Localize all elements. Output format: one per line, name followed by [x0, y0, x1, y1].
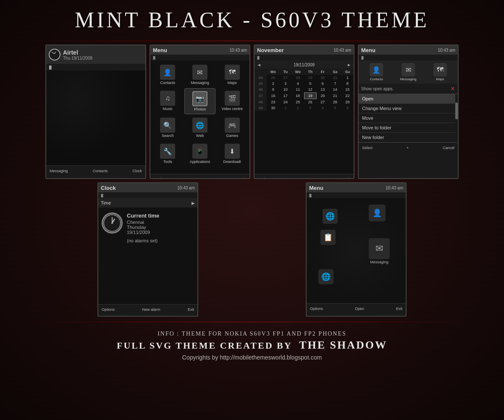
d9[interactable]: 9 [267, 87, 279, 93]
cal-prev[interactable]: ◄ [257, 63, 261, 67]
d29[interactable]: 29 [304, 75, 316, 81]
ctx-messaging[interactable]: ✉ Messaging [400, 63, 417, 81]
softkey-left-3[interactable]: Options [258, 177, 271, 179]
d6[interactable]: 6 [316, 81, 328, 87]
d13[interactable]: 13 [316, 87, 328, 93]
d16[interactable]: 16 [267, 93, 279, 99]
menu-item-search[interactable]: 🔍 Search [152, 115, 184, 140]
softkey-right-5[interactable]: Exit [188, 307, 194, 312]
cal-next[interactable]: ► [347, 63, 351, 67]
d12[interactable]: 12 [304, 87, 316, 93]
ctx-item-change-view[interactable]: Change Menu view [359, 104, 458, 113]
d27b[interactable]: 27 [316, 99, 328, 105]
d2[interactable]: 2 [267, 81, 279, 87]
menu-item-web[interactable]: 🌐 Web [184, 115, 216, 140]
softkey-mid-5[interactable]: New alarm [142, 307, 160, 312]
d28[interactable]: 28 [291, 75, 304, 81]
menu-item-photos[interactable]: 📷 Photos [184, 88, 216, 114]
softkey-mid-2[interactable]: Open [199, 177, 208, 179]
d25[interactable]: 25 [291, 99, 304, 105]
clock-screen-time: 10:43 am [177, 186, 195, 190]
d2b[interactable]: 2 [291, 105, 304, 111]
softkey-mid-4[interactable]: • [407, 146, 408, 150]
d30[interactable]: 30 [316, 75, 328, 81]
d1[interactable]: 1 [341, 75, 354, 81]
menu-item-video[interactable]: 🎬 Video centre [216, 88, 248, 114]
softkey-left-5[interactable]: Options [102, 307, 115, 312]
menu-item-games[interactable]: 🎮 Games [216, 115, 248, 140]
d26b[interactable]: 26 [304, 99, 316, 105]
ctx-maps[interactable]: 🗺 Maps [433, 63, 447, 81]
ctx-item-new-folder[interactable]: New folder [359, 133, 458, 142]
menu-item-apps[interactable]: 📱 Applications [184, 141, 216, 166]
cal-week-45: 45 2 3 4 5 6 7 8 [255, 81, 354, 87]
softkey-left-1[interactable]: Messaging [50, 169, 68, 173]
menu-item-music[interactable]: ♫ Music [152, 88, 184, 114]
d3b[interactable]: 3 [304, 105, 316, 111]
d27[interactable]: 27 [279, 75, 291, 81]
wk45: 45 [255, 81, 267, 87]
softkey-mid-6[interactable]: Open [355, 307, 364, 311]
softkey-left-4[interactable]: Select [362, 146, 373, 150]
anim-web2-item[interactable]: 🌐 [318, 269, 333, 284]
softkey-right-2[interactable]: Exit [240, 177, 246, 179]
screen-menu: Menu 10:43 am ▐▌ 👤 Contacts ✉ [150, 45, 250, 179]
d1b[interactable]: 1 [279, 105, 291, 111]
anim-contacts-item[interactable]: 👤 [369, 205, 386, 221]
softkey-left-6[interactable]: Options [310, 307, 323, 311]
menu-item-download[interactable]: ⬇ Download! [216, 141, 248, 166]
menu-item-tools[interactable]: 🔧 Tools [152, 141, 184, 166]
softkey-right-4[interactable]: Cancel [443, 146, 454, 150]
anim-web-item[interactable]: 🌐 [323, 209, 338, 224]
menu-item-maps[interactable]: 🗺 Maps [216, 62, 248, 87]
ctx-item-move-folder[interactable]: Move to folder [359, 123, 458, 133]
d23[interactable]: 23 [267, 99, 279, 105]
softkey-left-2[interactable]: Options [154, 177, 167, 179]
d31[interactable]: 31 [329, 75, 341, 81]
softkey-right-3[interactable]: Exit [344, 177, 350, 179]
d22[interactable]: 22 [341, 93, 354, 99]
d28b[interactable]: 28 [329, 99, 341, 105]
d5b[interactable]: 5 [329, 105, 341, 111]
d5[interactable]: 5 [304, 81, 316, 87]
ctx-item-move[interactable]: Move [359, 113, 458, 123]
d24[interactable]: 24 [279, 99, 291, 105]
clock-tab-arrow[interactable]: ▶ [192, 201, 195, 205]
d17[interactable]: 17 [279, 93, 291, 99]
d20[interactable]: 20 [316, 93, 328, 99]
anim-msg-item[interactable]: ✉ Messaging [369, 238, 390, 264]
d10[interactable]: 10 [279, 87, 291, 93]
d3[interactable]: 3 [279, 81, 291, 87]
d18[interactable]: 18 [291, 93, 304, 99]
screen-context: Menu 10:43 am ▐▌ 👤 Contacts ✉ Messaging [358, 45, 459, 179]
tools-icon: 🔧 [160, 144, 175, 159]
d4[interactable]: 4 [291, 81, 304, 87]
d11[interactable]: 11 [291, 87, 304, 93]
d30b[interactable]: 30 [267, 105, 279, 111]
softkey-mid-1[interactable]: Contacts [93, 169, 108, 173]
cal-current-date: 19/11/2009 [294, 63, 315, 67]
d8[interactable]: 8 [341, 81, 354, 87]
wk49: 49 [255, 105, 267, 111]
menu-item-contacts[interactable]: 👤 Contacts [152, 62, 184, 87]
d6b[interactable]: 6 [341, 105, 354, 111]
d15[interactable]: 15 [341, 87, 354, 93]
d19-today[interactable]: 19 [304, 93, 316, 99]
d26[interactable]: 26 [267, 75, 279, 81]
d4b[interactable]: 4 [316, 105, 328, 111]
day-fr: Fr [316, 69, 328, 75]
softkey-right-6[interactable]: Exit [396, 307, 402, 311]
airtel-header: Airtel Thu 19/11/2009 [46, 45, 145, 64]
d7[interactable]: 7 [329, 81, 341, 87]
d14[interactable]: 14 [329, 87, 341, 93]
anim-doc-item[interactable]: 📋 [320, 230, 336, 245]
menu-item-messaging[interactable]: ✉ Messaging [184, 62, 216, 87]
ctx-contacts[interactable]: 👤 Contacts [370, 63, 383, 81]
d21[interactable]: 21 [329, 93, 341, 99]
d29b[interactable]: 29 [341, 99, 354, 105]
softkey-right-1[interactable]: Clock [132, 169, 142, 173]
ctx-close-icon[interactable]: ✕ [450, 85, 455, 92]
softkey-mid-3[interactable]: Open [303, 177, 312, 179]
clock-tab-label[interactable]: Time [101, 200, 111, 205]
ctx-item-open[interactable]: Open [359, 94, 458, 104]
